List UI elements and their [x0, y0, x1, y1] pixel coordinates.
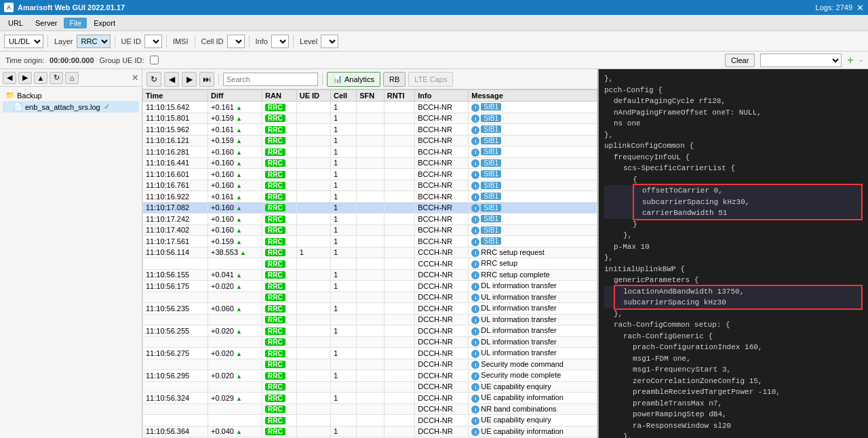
logs-count: Logs: 2749 [816, 3, 852, 12]
table-row[interactable]: 11:10:15.642 +0.161 ▲ RRC 1 BCCH-NR iSIB… [143, 102, 597, 113]
table-row[interactable]: RRC DCCH-NR iSecurity mode command [143, 359, 597, 370]
cell-ran: RRC [262, 102, 297, 113]
table-row[interactable]: RRC DCCH-NR iDL information transfer [143, 336, 597, 348]
cell-ueid [296, 224, 330, 236]
sep6 [293, 35, 294, 47]
imsi-label: IMSI [171, 37, 191, 45]
table-row[interactable]: 11:10:16.441 +0.160 ▲ RRC 1 BCCH-NR iSIB… [143, 157, 597, 169]
prev-btn[interactable]: ◀ [164, 72, 179, 87]
cell-ran: RRC [262, 135, 297, 146]
next-btn[interactable]: ⏭ [199, 72, 214, 87]
cell-cell: 1 [330, 180, 356, 191]
add-filter-icon[interactable]: + [847, 55, 853, 66]
log-table[interactable]: Time Diff RAN UE ID Cell SFN RNTI Info M… [142, 89, 597, 438]
cellid-select[interactable] [227, 35, 245, 48]
home-btn[interactable]: ⌂ [65, 72, 79, 84]
log-file-item[interactable]: 📄 enb_sa_attach_srs.log ✓ [3, 101, 139, 113]
table-row[interactable]: 11:10:15.801 +0.159 ▲ RRC 1 BCCH-NR iSIB… [143, 113, 597, 124]
table-row[interactable]: 11:10:56.114 +38.553 ▲ RRC 1 1 CCCH-NR i… [143, 247, 597, 258]
cell-ueid [296, 415, 330, 426]
table-row[interactable]: RRC DCCH-NR iNR band combinations [143, 403, 597, 415]
filter-dropdown[interactable] [760, 54, 842, 67]
table-row[interactable]: 11:10:17.561 +0.159 ▲ RRC 1 BCCH-NR iSIB… [143, 236, 597, 247]
group-ue-checkbox[interactable] [150, 56, 159, 64]
cell-info: DCCH-NR [415, 325, 469, 337]
table-row[interactable]: 11:10:56.275 +0.020 ▲ RRC 1 DCCH-NR iUL … [143, 348, 597, 359]
ueid-select[interactable] [144, 35, 162, 48]
table-row[interactable]: 11:10:56.235 +0.060 ▲ RRC 1 DCCH-NR iDL … [143, 303, 597, 315]
layer-select[interactable]: RRC [77, 35, 111, 48]
table-row[interactable]: 11:10:16.121 +0.159 ▲ RRC 1 BCCH-NR iSIB… [143, 135, 597, 146]
cell-message: iSIB1 [469, 236, 597, 247]
info-group: Info [254, 35, 289, 48]
cell-message: iSIB1 [469, 113, 597, 124]
search-input[interactable] [223, 73, 318, 86]
cell-ueid [296, 169, 330, 180]
rb-button[interactable]: RB [383, 72, 406, 87]
cell-cell: 1 [330, 247, 356, 258]
menu-server[interactable]: Server [30, 18, 62, 28]
cell-message: iRRC setup request [469, 247, 597, 258]
menu-export[interactable]: Export [88, 18, 121, 28]
table-row[interactable]: 11:10:17.402 +0.160 ▲ RRC 1 BCCH-NR iSIB… [143, 224, 597, 236]
cell-ran: RRC [262, 180, 297, 191]
table-row[interactable]: 11:10:56.155 +0.041 ▲ RRC 1 DCCH-NR iRRC… [143, 269, 597, 281]
table-row[interactable]: RRC DCCH-NR iUL information transfer [143, 314, 597, 325]
cell-time: 11:10:56.235 [143, 303, 208, 315]
refresh-btn[interactable]: ↻ [50, 72, 63, 84]
table-row[interactable]: 11:10:16.761 +0.160 ▲ RRC 1 BCCH-NR iSIB… [143, 180, 597, 191]
table-row[interactable]: 11:10:16.601 +0.160 ▲ RRC 1 BCCH-NR iSIB… [143, 169, 597, 180]
cell-info: BCCH-NR [415, 102, 469, 113]
table-row[interactable]: 11:10:15.962 +0.161 ▲ RRC 1 BCCH-NR iSIB… [143, 124, 597, 136]
menu-bar: URL Server File Export [0, 15, 868, 31]
nav-back-btn[interactable]: ◀ [3, 72, 16, 84]
table-row[interactable]: 11:10:17.242 +0.160 ▲ RRC 1 BCCH-NR iSIB… [143, 214, 597, 225]
table-row[interactable]: 11:10:17.082 +0.160 ▲ RRC 1 BCCH-NR iSIB… [143, 202, 597, 214]
sidebar-close-icon[interactable]: ✕ [132, 73, 139, 83]
menu-url[interactable]: URL [3, 18, 28, 28]
table-row[interactable]: 11:10:56.175 +0.020 ▲ RRC 1 DCCH-NR iDL … [143, 281, 597, 292]
table-row[interactable]: RRC DCCH-NR iUL information transfer [143, 292, 597, 303]
table-row[interactable]: RRC CCCH-NR iRRC setup [143, 258, 597, 270]
table-row[interactable]: RRC DCCH-NR iUE capability enquiry [143, 415, 597, 426]
nav-up-btn[interactable]: ▲ [34, 72, 47, 84]
table-row[interactable]: RRC DCCH-NR iUE capability enquiry [143, 381, 597, 393]
cell-ueid [296, 393, 330, 404]
cell-diff: +0.160 ▲ [208, 202, 262, 214]
cell-cell: 1 [330, 426, 356, 437]
clear-button[interactable]: Clear [725, 54, 755, 67]
cell-sfn [357, 157, 384, 169]
cell-cell: 1 [330, 102, 356, 113]
cell-cell [330, 359, 356, 370]
table-row[interactable]: 11:10:56.364 +0.040 ▲ RRC 1 DCCH-NR iUE … [143, 426, 597, 437]
play-btn[interactable]: ▶ [182, 72, 197, 87]
refresh-log-btn[interactable]: ↻ [146, 72, 161, 87]
cell-cell: 1 [330, 135, 356, 146]
folder-icon: 📁 [5, 91, 15, 100]
table-row[interactable]: 11:10:16.922 +0.161 ▲ RRC 1 BCCH-NR iSIB… [143, 191, 597, 203]
analytics-button[interactable]: 📊 Analytics [327, 72, 380, 87]
cell-ran: RRC [262, 348, 297, 359]
level-select[interactable] [321, 35, 338, 48]
cell-sfn [357, 214, 384, 225]
cell-diff [208, 415, 262, 426]
code-line: zeroCorrelationZoneConfig 15, [604, 376, 863, 387]
cell-diff: +0.160 ▲ [208, 214, 262, 225]
table-row[interactable]: 11:10:56.295 +0.020 ▲ RRC 1 DCCH-NR iSec… [143, 370, 597, 382]
action-bar: ↻ ◀ ▶ ⏭ 📊 Analytics RB LTE Caps [142, 69, 597, 89]
table-row[interactable]: 11:10:16.281 +0.160 ▲ RRC 1 BCCH-NR iSIB… [143, 146, 597, 158]
cell-rnti [384, 359, 414, 370]
backup-folder[interactable]: 📁 Backup [3, 89, 139, 101]
nav-forward-btn[interactable]: ▶ [18, 72, 32, 84]
info-select[interactable] [271, 35, 289, 48]
cell-time [143, 292, 208, 303]
close-icon[interactable]: ✕ [856, 3, 864, 13]
menu-file[interactable]: File [64, 18, 87, 28]
cell-time: 11:10:56.364 [143, 426, 208, 437]
remove-filter-icon[interactable]: - [859, 55, 863, 66]
cell-info: BCCH-NR [415, 113, 469, 124]
table-row[interactable]: 11:10:56.255 +0.020 ▲ RRC 1 DCCH-NR iDL … [143, 325, 597, 337]
ltecaps-button[interactable]: LTE Caps [408, 72, 453, 87]
table-row[interactable]: 11:10:56.324 +0.029 ▲ RRC 1 DCCH-NR iUE … [143, 393, 597, 404]
uldl-select[interactable]: UL/DL [4, 35, 43, 48]
